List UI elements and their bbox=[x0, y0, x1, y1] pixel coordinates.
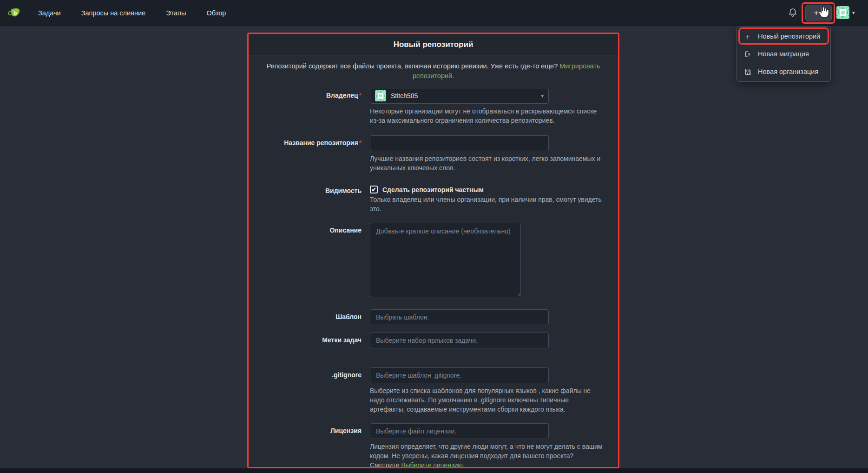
field-template: Шаблон bbox=[249, 309, 618, 325]
menu-item-new-migration[interactable]: Новая миграция bbox=[737, 45, 830, 63]
description-textarea[interactable] bbox=[370, 223, 521, 297]
create-new-dropdown-menu: ＋ Новый репозиторий Новая миграция bbox=[736, 26, 831, 82]
check-icon: ✔ bbox=[371, 187, 376, 193]
chevron-down-icon: ▾ bbox=[852, 10, 855, 16]
owner-help-text: Некоторые организации могут не отображат… bbox=[370, 107, 605, 125]
menu-item-label: Новая организация bbox=[758, 68, 818, 75]
repo-name-input[interactable] bbox=[370, 135, 549, 151]
nav-item-pull-requests[interactable]: Запросы на слияние bbox=[81, 9, 145, 17]
form-intro-text: Репозиторий содержит все файлы проекта, … bbox=[266, 61, 601, 80]
section-divider bbox=[261, 355, 606, 355]
template-label: Шаблон bbox=[249, 309, 370, 325]
gitignore-input[interactable] bbox=[370, 367, 549, 383]
required-asterisk: * bbox=[359, 139, 362, 147]
menu-item-label: Новый репозиторий bbox=[758, 33, 820, 40]
app-screen: b Задачи Запросы на слияние Этапы Обзор … bbox=[0, 0, 868, 473]
visibility-help-text: Только владелец или члены организации, п… bbox=[370, 195, 605, 213]
menu-item-label: Новая миграция bbox=[758, 50, 809, 58]
gitea-logo-icon[interactable]: b bbox=[7, 6, 21, 20]
new-repository-form: Репозиторий содержит все файлы проекта, … bbox=[249, 55, 618, 468]
choose-license-link[interactable]: Выберите лицензию. bbox=[401, 461, 465, 468]
page-bottom-strip bbox=[0, 468, 868, 473]
main-nav: Задачи Запросы на слияние Этапы Обзор bbox=[38, 9, 226, 17]
chevron-down-icon: ▾ bbox=[541, 93, 544, 99]
repo-name-help-text: Лучшие названия репозиториев состоят из … bbox=[370, 154, 605, 173]
issue-labels-label: Метки задач bbox=[249, 333, 370, 348]
field-description: Описание bbox=[249, 223, 618, 299]
owner-label: Владелец* bbox=[249, 88, 370, 125]
repo-name-label: Название репозитория* bbox=[249, 135, 370, 173]
intro-text: Репозиторий содержит все файлы проекта, … bbox=[266, 62, 558, 70]
nav-item-issues[interactable]: Задачи bbox=[38, 9, 61, 17]
plus-icon: ＋ bbox=[743, 32, 752, 40]
license-label: Лицензия bbox=[249, 423, 370, 468]
nav-item-explore[interactable]: Обзор bbox=[206, 9, 226, 17]
nav-item-milestones[interactable]: Этапы bbox=[166, 9, 186, 17]
organization-icon bbox=[743, 67, 752, 76]
description-label: Описание bbox=[249, 223, 370, 299]
menu-item-new-repository[interactable]: ＋ Новый репозиторий bbox=[737, 27, 830, 45]
notifications-bell-icon[interactable] bbox=[787, 7, 799, 19]
private-checkbox[interactable]: ✔ bbox=[370, 186, 378, 193]
license-help-text: Лицензия определяет, что другие люди мог… bbox=[370, 442, 605, 468]
field-visibility: Видимость ✔ Сделать репозиторий частным … bbox=[249, 183, 618, 213]
owner-avatar bbox=[375, 90, 386, 101]
gitignore-label: .gitignore bbox=[249, 367, 370, 414]
field-repo-name: Название репозитория* Лучшие названия ре… bbox=[249, 135, 618, 173]
menu-item-new-organization[interactable]: Новая организация bbox=[737, 63, 830, 80]
license-input[interactable] bbox=[370, 423, 549, 439]
user-menu-button[interactable]: ▾ bbox=[836, 6, 855, 19]
page-title: Новый репозиторий bbox=[394, 40, 473, 49]
gitignore-help-text: Выберите из списка шаблонов для популярн… bbox=[370, 386, 605, 414]
field-issue-labels: Метки задач bbox=[249, 333, 618, 348]
field-gitignore: .gitignore Выберите из списка шаблонов д… bbox=[249, 367, 618, 414]
visibility-label: Видимость bbox=[249, 183, 370, 213]
private-checkbox-label[interactable]: Сделать репозиторий частным bbox=[382, 186, 484, 193]
chevron-down-icon: ▾ bbox=[821, 11, 823, 16]
field-license: Лицензия Лицензия определяет, что другие… bbox=[249, 423, 618, 468]
top-navbar: b Задачи Запросы на слияние Этапы Обзор … bbox=[0, 0, 868, 26]
create-new-button[interactable]: + ▾ bbox=[805, 5, 832, 21]
panel-header: Новый репозиторий bbox=[249, 34, 618, 55]
owner-select[interactable]: Stitch505 ▾ bbox=[370, 88, 549, 104]
required-asterisk: * bbox=[359, 92, 362, 99]
issue-labels-input[interactable] bbox=[370, 333, 549, 348]
user-avatar bbox=[836, 6, 849, 19]
migration-icon bbox=[743, 50, 752, 58]
template-input[interactable] bbox=[370, 309, 549, 325]
plus-icon: + bbox=[814, 8, 819, 18]
owner-value: Stitch505 bbox=[391, 92, 536, 100]
field-owner: Владелец* bbox=[249, 88, 618, 125]
new-repository-panel: Новый репозиторий Репозиторий содержит в… bbox=[247, 33, 619, 468]
